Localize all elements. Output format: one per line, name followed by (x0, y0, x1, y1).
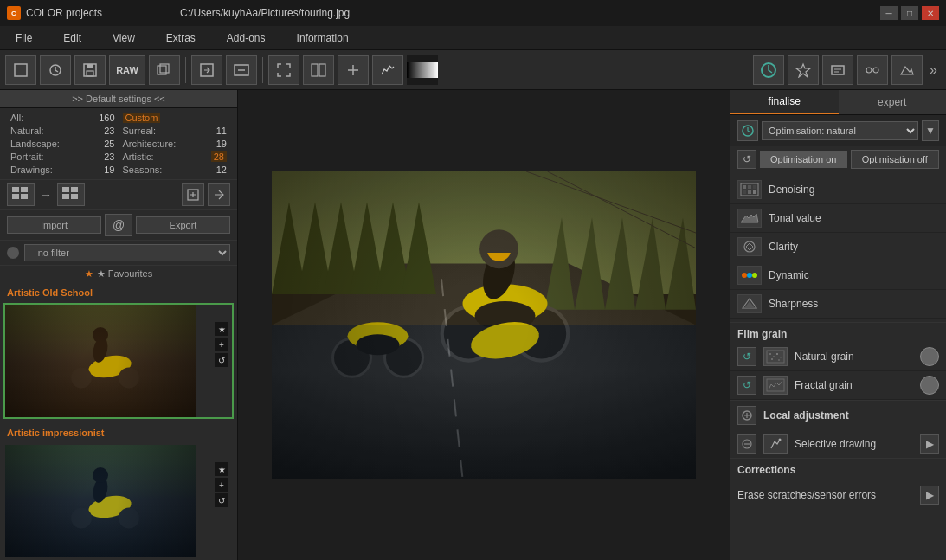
toolbar-expand[interactable]: » (926, 62, 941, 78)
film-grain-section: Film grain ↺ Natural grain ↺ Fractal gra… (730, 322, 946, 400)
selective-drawing-expand-icon[interactable]: ▶ (920, 434, 939, 454)
tool-export2[interactable] (226, 55, 257, 85)
count-surreal: Surreal: 11 (119, 125, 231, 137)
selective-drawing-toggle-icon[interactable] (737, 434, 756, 454)
tab-expert[interactable]: expert (839, 90, 947, 114)
tool-preset5[interactable] (891, 55, 923, 85)
preset-section-title-impressionist: Artistic impressionist (3, 426, 234, 440)
local-adjustment-header: Local adjustment (730, 401, 946, 430)
svg-rect-18 (12, 194, 19, 199)
tool-batch[interactable] (149, 55, 180, 85)
titlebar: C COLOR projects C:/Users/kuyhAa/Picture… (0, 0, 946, 26)
svg-rect-13 (832, 66, 844, 74)
preset-item-impressionist[interactable]: ★ + ↺ (3, 443, 234, 559)
preset-star-btn-2[interactable]: ★ (215, 462, 228, 476)
adjustments-section: Denoising Tonal value Clarity (730, 172, 946, 322)
filter-icons-row: → (0, 179, 237, 209)
tool-preset1[interactable] (753, 55, 784, 85)
presets-list: Artistic Old School ★ + ↺ Artistic impre… (0, 282, 237, 560)
menu-edit[interactable]: Edit (48, 26, 97, 49)
preset-refresh-btn[interactable]: ↺ (215, 353, 228, 367)
svg-rect-16 (12, 187, 19, 192)
tool-raw[interactable]: RAW (109, 55, 145, 85)
tool-preset3[interactable] (822, 55, 853, 85)
tonal-value-label: Tonal value (769, 212, 939, 224)
svg-rect-0 (15, 64, 27, 76)
close-button[interactable]: ✕ (922, 6, 939, 20)
menu-information[interactable]: Information (281, 26, 364, 49)
optimisation-refresh-icon[interactable]: ↺ (737, 150, 756, 169)
main-area: >> Default settings << All: 160 Custom N… (0, 90, 946, 560)
count-landscape: Landscape: 25 (7, 138, 119, 150)
menu-addons[interactable]: Add-ons (211, 26, 281, 49)
tool-preset4[interactable] (857, 55, 888, 85)
count-artistic: Artistic: 28 (119, 151, 231, 163)
tab-finalise[interactable]: finalise (730, 90, 839, 114)
local-adjustment-section: Local adjustment Selective drawing ▶ (730, 400, 946, 458)
denoising-label: Denoising (769, 183, 939, 196)
count-natural: Natural: 23 (7, 125, 119, 137)
preset-plus-btn[interactable]: + (215, 338, 228, 351)
default-settings-bar[interactable]: >> Default settings << (0, 90, 237, 108)
tool-resize[interactable] (338, 55, 369, 85)
erase-scratches-label: Erase scratches/sensor errors (737, 489, 913, 501)
menu-file[interactable]: File (0, 26, 48, 49)
grain-refresh-icon-1[interactable]: ↺ (737, 347, 756, 366)
count-all: All: 160 (7, 112, 119, 124)
favourites-star-icon: ★ (85, 268, 93, 280)
app-icon: C (7, 6, 21, 20)
tool-histogram[interactable] (372, 55, 403, 85)
tool-new[interactable] (5, 55, 36, 85)
preset-section-artistic-old-school: Artistic Old School ★ + ↺ (3, 286, 234, 419)
toolbar-separator-1 (185, 57, 186, 83)
natural-grain-dot[interactable] (920, 347, 939, 366)
optimisation-select[interactable]: Optimisation: natural (762, 121, 918, 140)
main-photo (272, 171, 696, 479)
preset-item-old-school[interactable]: ★ + ↺ (3, 303, 234, 419)
minimize-button[interactable]: ─ (880, 6, 898, 20)
menu-view[interactable]: View (97, 26, 151, 49)
tool-save[interactable] (74, 55, 106, 85)
corrections-section: Corrections Erase scratches/sensor error… (730, 458, 946, 509)
tool-export1[interactable] (191, 55, 222, 85)
optimisation-row: Optimisation: natural ▼ (730, 115, 946, 146)
filter-select[interactable]: - no filter - (24, 244, 230, 261)
svg-point-14 (866, 68, 872, 73)
svg-rect-27 (743, 185, 746, 189)
menu-extras[interactable]: Extras (151, 26, 211, 49)
preset-actions-2: ★ + ↺ (215, 462, 228, 507)
svg-rect-31 (748, 190, 751, 194)
tool-compare[interactable] (303, 55, 334, 85)
import-button[interactable]: Import (7, 216, 101, 234)
export-button[interactable]: Export (136, 216, 230, 234)
favourites-row[interactable]: ★ ★ Favourites (0, 265, 237, 282)
optimisation-dropdown-arrow[interactable]: ▼ (922, 120, 939, 141)
optimisation-off-button[interactable]: Optimisation off (851, 150, 940, 169)
preset-plus-btn-2[interactable]: + (215, 478, 228, 492)
filter-grid-btn[interactable] (7, 183, 35, 206)
adj-dynamic: Dynamic (730, 261, 946, 290)
natural-grain-label: Natural grain (795, 351, 913, 363)
tool-fullscreen[interactable] (268, 55, 299, 85)
svg-rect-29 (753, 185, 756, 189)
filter-add-btn[interactable] (182, 183, 204, 206)
filter-list-btn[interactable] (57, 183, 85, 206)
at-symbol-button[interactable]: @ (105, 214, 132, 236)
maximize-button[interactable]: □ (901, 6, 918, 20)
fractal-grain-label: Fractal grain (795, 379, 913, 391)
optimisation-on-button[interactable]: Optimisation on (760, 151, 847, 168)
filter-move-btn[interactable] (208, 183, 230, 206)
grain-refresh-icon-2[interactable]: ↺ (737, 376, 756, 395)
selective-drawing-item: Selective drawing ▶ (730, 430, 946, 458)
preset-star-btn[interactable]: ★ (215, 322, 228, 336)
filter-arrow-icon: → (38, 188, 54, 202)
preset-refresh-btn-2[interactable]: ↺ (215, 493, 228, 507)
tool-color[interactable] (407, 55, 438, 85)
count-portrait: Portrait: 23 (7, 151, 119, 163)
erase-scratches-expand-icon[interactable]: ▶ (920, 486, 939, 505)
adj-sharpness: Sharpness (730, 290, 946, 319)
grain-natural: ↺ Natural grain (730, 343, 946, 371)
tool-history[interactable] (40, 55, 71, 85)
fractal-grain-dot[interactable] (920, 376, 939, 395)
tool-preset2[interactable] (788, 55, 819, 85)
